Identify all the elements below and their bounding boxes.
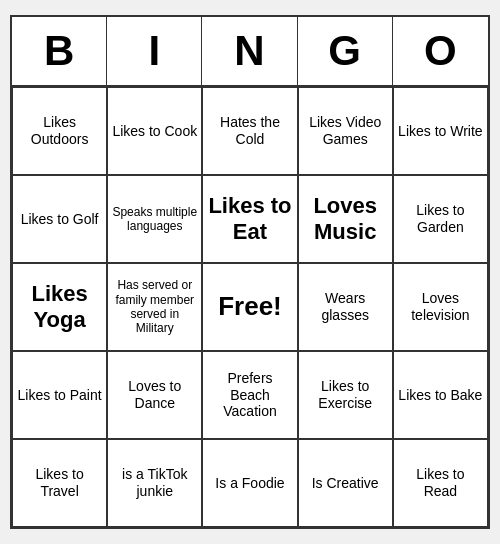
bingo-cell-13[interactable]: Wears glasses — [298, 263, 393, 351]
bingo-cell-19[interactable]: Likes to Bake — [393, 351, 488, 439]
bingo-cell-10[interactable]: Likes Yoga — [12, 263, 107, 351]
bingo-cell-16[interactable]: Loves to Dance — [107, 351, 202, 439]
bingo-letter-b: B — [12, 17, 107, 85]
bingo-cell-12[interactable]: Free! — [202, 263, 297, 351]
bingo-letter-g: G — [298, 17, 393, 85]
bingo-cell-14[interactable]: Loves television — [393, 263, 488, 351]
bingo-grid: Likes OutdoorsLikes to CookHates the Col… — [12, 87, 488, 527]
bingo-cell-23[interactable]: Is Creative — [298, 439, 393, 527]
bingo-cell-7[interactable]: Likes to Eat — [202, 175, 297, 263]
bingo-cell-0[interactable]: Likes Outdoors — [12, 87, 107, 175]
bingo-cell-8[interactable]: Loves Music — [298, 175, 393, 263]
bingo-cell-18[interactable]: Likes to Exercise — [298, 351, 393, 439]
bingo-cell-1[interactable]: Likes to Cook — [107, 87, 202, 175]
bingo-cell-6[interactable]: Speaks multiple languages — [107, 175, 202, 263]
bingo-cell-17[interactable]: Prefers Beach Vacation — [202, 351, 297, 439]
bingo-cell-2[interactable]: Hates the Cold — [202, 87, 297, 175]
bingo-cell-3[interactable]: Likes Video Games — [298, 87, 393, 175]
bingo-header: BINGO — [12, 17, 488, 87]
bingo-letter-i: I — [107, 17, 202, 85]
bingo-cell-22[interactable]: Is a Foodie — [202, 439, 297, 527]
bingo-cell-15[interactable]: Likes to Paint — [12, 351, 107, 439]
bingo-cell-21[interactable]: is a TikTok junkie — [107, 439, 202, 527]
bingo-cell-9[interactable]: Likes to Garden — [393, 175, 488, 263]
bingo-cell-20[interactable]: Likes to Travel — [12, 439, 107, 527]
bingo-cell-11[interactable]: Has served or family member served in Mi… — [107, 263, 202, 351]
bingo-cell-5[interactable]: Likes to Golf — [12, 175, 107, 263]
bingo-cell-24[interactable]: Likes to Read — [393, 439, 488, 527]
bingo-cell-4[interactable]: Likes to Write — [393, 87, 488, 175]
bingo-letter-o: O — [393, 17, 488, 85]
bingo-card: BINGO Likes OutdoorsLikes to CookHates t… — [10, 15, 490, 529]
bingo-letter-n: N — [202, 17, 297, 85]
